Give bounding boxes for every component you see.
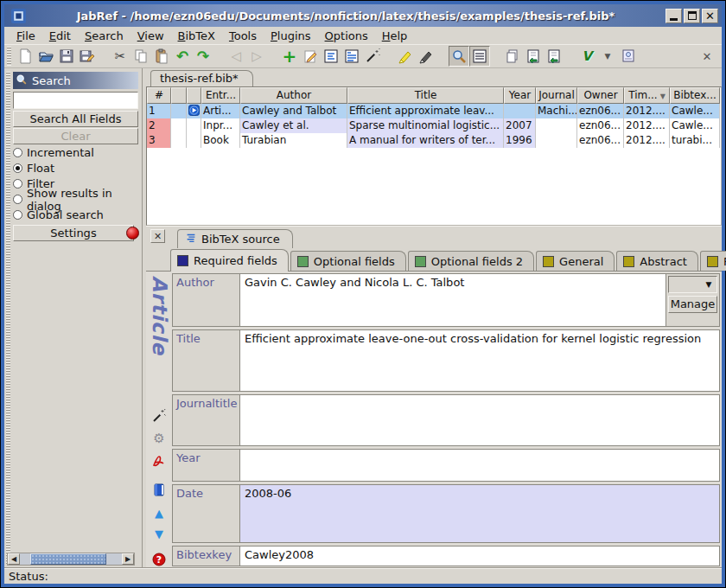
scrollbar-thumb[interactable]: [30, 553, 106, 565]
push-dropdown-icon[interactable]: ▼: [597, 46, 618, 67]
url-icon: [188, 105, 199, 116]
tab-review[interactable]: Review: [700, 251, 726, 271]
field-input-author[interactable]: Gavin C. Cawley and Nicola L. C. Talbot: [240, 274, 666, 326]
minimize-button[interactable]: [666, 9, 682, 23]
tab-abstract[interactable]: Abstract: [616, 251, 698, 271]
mark-icon[interactable]: [395, 46, 416, 67]
close-button[interactable]: ✕: [702, 9, 718, 23]
column-header-year[interactable]: Year: [504, 87, 536, 104]
toolbar-handle[interactable]: [7, 47, 11, 66]
help-icon[interactable]: ?: [151, 552, 167, 567]
search-mode-incremental[interactable]: Incremental: [13, 145, 138, 160]
search-mode-show-results-in-dialog[interactable]: Show results in dialog: [13, 192, 138, 207]
column-header-journal[interactable]: Journal: [536, 87, 577, 104]
duplicate-icon[interactable]: [502, 46, 523, 67]
table-row[interactable]: 3BookTurabianA manual for writers of ter…: [147, 133, 721, 148]
cleanup-icon[interactable]: [362, 46, 383, 67]
export-icon[interactable]: [544, 46, 564, 67]
edit-strings-icon[interactable]: [321, 46, 341, 67]
new-entry-icon[interactable]: +: [279, 46, 300, 67]
field-input-year[interactable]: [240, 450, 719, 481]
field-input-journaltitle[interactable]: [240, 395, 719, 445]
menu-bibtex[interactable]: BibTeX: [171, 29, 222, 43]
scroll-right-icon[interactable]: ▶: [122, 553, 134, 565]
unmark-icon[interactable]: [416, 46, 436, 67]
save-icon[interactable]: [56, 46, 77, 67]
table-row[interactable]: 2Inpr...Cawley et al.Sparse multinomial …: [147, 118, 721, 133]
field-input-date[interactable]: 2008-06: [240, 485, 719, 542]
table-cell: [536, 133, 577, 148]
preview-toggle-icon[interactable]: [469, 46, 490, 67]
wand-icon[interactable]: [151, 408, 167, 424]
search-pane-title: Search: [32, 74, 71, 87]
table-row[interactable]: 1Arti...Cawley and TalbotEfficient appro…: [147, 104, 721, 118]
copy-icon[interactable]: [131, 46, 151, 67]
edit-preamble-icon[interactable]: [341, 46, 362, 67]
menu-options[interactable]: Options: [318, 29, 375, 43]
paste-icon[interactable]: [151, 46, 172, 67]
search-help-icon[interactable]: [126, 227, 139, 240]
search-input[interactable]: [13, 92, 138, 109]
undo-icon[interactable]: ↶: [172, 46, 193, 67]
clear-button[interactable]: Clear: [13, 128, 138, 144]
save-as-icon[interactable]: [77, 46, 98, 67]
menu-view[interactable]: View: [131, 29, 171, 43]
pdf-icon[interactable]: [151, 453, 167, 469]
up-icon[interactable]: ▲: [151, 505, 167, 521]
new-icon[interactable]: [15, 46, 35, 67]
redo-icon[interactable]: ↷: [193, 46, 213, 67]
name-format-dropdown[interactable]: ▼: [668, 276, 717, 293]
tab-bibtex-source[interactable]: BibTeX source: [177, 229, 293, 248]
openoffice-icon[interactable]: [618, 46, 639, 67]
tab-general[interactable]: General: [536, 251, 615, 271]
forward-icon[interactable]: ▷: [246, 46, 267, 67]
menu-help[interactable]: Help: [375, 29, 415, 43]
column-header-icon[interactable]: [171, 87, 187, 104]
database-panel: thesis-ref.bib* #Entr...AuthorTitleYearJ…: [146, 68, 722, 568]
column-header-tim[interactable]: Tim...▼: [624, 87, 670, 104]
column-header-#[interactable]: #: [147, 87, 171, 104]
menu-search[interactable]: Search: [78, 29, 131, 43]
field-input-bibtexkey[interactable]: Cawley2008: [240, 546, 719, 566]
column-header-bibtex[interactable]: Bibtex...: [670, 87, 720, 104]
scroll-left-icon[interactable]: ◀: [8, 553, 20, 565]
cut-icon[interactable]: ✂: [110, 46, 131, 67]
maximize-button[interactable]: [684, 9, 700, 23]
gear-icon[interactable]: ⚙: [151, 431, 167, 446]
menu-tools[interactable]: Tools: [222, 29, 264, 43]
back-icon[interactable]: ◁: [226, 46, 246, 67]
tab-optional-fields-2[interactable]: Optional fields 2: [408, 251, 534, 271]
column-header-owner[interactable]: Owner: [577, 87, 624, 104]
open-icon[interactable]: [35, 46, 56, 67]
menu-plugins[interactable]: Plugins: [264, 29, 318, 43]
field-input-title[interactable]: Efficient approximate leave-one-out cros…: [240, 330, 719, 391]
column-header-title[interactable]: Title: [347, 87, 504, 104]
field-row-year: Year: [172, 449, 720, 482]
database-tab[interactable]: thesis-ref.bib*: [150, 70, 253, 86]
menu-edit[interactable]: Edit: [42, 29, 78, 43]
column-header-author[interactable]: Author: [240, 87, 347, 104]
radio-icon: [13, 179, 22, 189]
search-all-fields-button[interactable]: Search All Fields: [13, 111, 138, 127]
push-vim-icon[interactable]: V: [576, 46, 597, 67]
manage-button[interactable]: Manage: [668, 296, 717, 313]
edit-entry-icon[interactable]: [300, 46, 321, 67]
table-cell: [187, 133, 201, 148]
search-toggle-icon[interactable]: [449, 46, 469, 67]
tab-color-icon: [297, 256, 309, 267]
tab-label: Abstract: [640, 255, 687, 268]
settings-button[interactable]: Settings: [13, 225, 134, 241]
import-icon[interactable]: [523, 46, 544, 67]
search-mode-float[interactable]: Float: [13, 161, 138, 176]
tab-required-fields[interactable]: Required fields: [170, 249, 289, 272]
editor-close-icon[interactable]: ✕: [150, 229, 165, 243]
book-icon[interactable]: [151, 483, 167, 498]
tab-optional-fields[interactable]: Optional fields: [290, 251, 406, 271]
column-header-icon[interactable]: [187, 87, 201, 104]
column-header-entr[interactable]: Entr...: [201, 87, 240, 104]
down-icon[interactable]: ▼: [151, 526, 167, 541]
entry-editor: ✕ BibTeX source Required fieldsOptional …: [146, 226, 722, 568]
menu-file[interactable]: File: [10, 29, 42, 43]
sidepane-handle[interactable]: [6, 72, 10, 565]
toolbar-close-icon[interactable]: ✕: [699, 48, 715, 64]
